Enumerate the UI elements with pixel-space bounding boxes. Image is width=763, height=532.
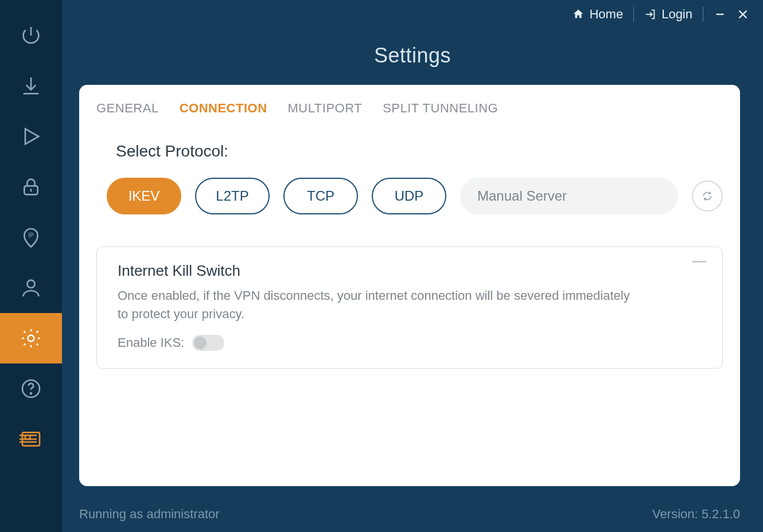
svg-point-5: [28, 335, 34, 342]
svg-marker-0: [25, 129, 38, 144]
news-icon: [20, 428, 42, 451]
tab-connection[interactable]: CONNECTION: [180, 101, 267, 116]
tab-split-tunneling[interactable]: SPLIT TUNNELING: [383, 101, 498, 116]
svg-point-4: [27, 280, 34, 288]
play-icon: [20, 125, 42, 148]
svg-point-7: [30, 393, 32, 394]
sidebar-item-download[interactable]: [0, 61, 62, 111]
sidebar: IP: [0, 0, 62, 532]
protocol-ikev[interactable]: IKEV: [107, 178, 181, 214]
protocol-l2tp[interactable]: L2TP: [195, 178, 270, 214]
manual-server-field[interactable]: Manual Server: [460, 178, 678, 214]
kill-switch-enable-row: Enable IKS:: [118, 335, 702, 351]
sidebar-item-settings[interactable]: [0, 313, 62, 363]
sidebar-item-news[interactable]: [0, 414, 62, 464]
select-protocol-label: Select Protocol:: [116, 142, 723, 161]
login-link[interactable]: Login: [644, 7, 692, 22]
refresh-icon: [702, 190, 713, 202]
enable-iks-label: Enable IKS:: [118, 335, 184, 350]
kill-switch-title: Internet Kill Switch: [118, 262, 702, 280]
settings-tabs: GENERAL CONNECTION MULTIPORT SPLIT TUNNE…: [96, 101, 723, 116]
collapse-button[interactable]: [692, 261, 706, 263]
help-icon: [20, 377, 42, 400]
login-label: Login: [661, 7, 692, 22]
sidebar-item-help[interactable]: [0, 363, 62, 414]
protocol-tcp[interactable]: TCP: [283, 178, 358, 214]
minimize-button[interactable]: [714, 8, 726, 21]
lock-icon: [20, 175, 42, 198]
protocol-row: IKEV L2TP TCP UDP Manual Server: [107, 178, 723, 214]
close-button[interactable]: [737, 8, 749, 21]
enable-iks-toggle[interactable]: [192, 335, 224, 351]
home-label: Home: [589, 7, 623, 22]
toggle-knob: [194, 337, 207, 349]
tab-general[interactable]: GENERAL: [96, 101, 159, 116]
tab-multiport[interactable]: MULTIPORT: [288, 101, 363, 116]
version-label: Version: 5.2.1.0: [652, 507, 740, 522]
topbar: Home Login: [62, 0, 763, 29]
main-area: Home Login Settings GENERAL CONNECTION M…: [62, 0, 763, 532]
admin-status: Running as administrator: [79, 507, 220, 522]
page-title: Settings: [62, 44, 763, 68]
refresh-button[interactable]: [692, 181, 723, 212]
login-icon: [644, 8, 657, 21]
sidebar-item-power[interactable]: [0, 10, 62, 61]
sidebar-item-play[interactable]: [0, 111, 62, 162]
manual-server-placeholder: Manual Server: [477, 188, 567, 204]
topbar-divider-2: [703, 7, 703, 22]
minimize-icon: [714, 8, 726, 21]
settings-card: GENERAL CONNECTION MULTIPORT SPLIT TUNNE…: [79, 85, 740, 486]
sidebar-item-ip[interactable]: IP: [0, 212, 62, 263]
ip-pin-icon: IP: [20, 226, 42, 249]
close-icon: [737, 8, 749, 21]
home-link[interactable]: Home: [572, 7, 623, 22]
home-icon: [572, 8, 585, 21]
power-icon: [20, 24, 42, 47]
kill-switch-description: Once enabled, if the VPN disconnects, yo…: [118, 287, 634, 323]
footer: Running as administrator Version: 5.2.1.…: [79, 507, 740, 522]
profile-icon: [20, 276, 42, 299]
gear-icon: [20, 327, 42, 350]
download-icon: [20, 75, 42, 97]
svg-text:IP: IP: [28, 232, 34, 238]
sidebar-item-profile[interactable]: [0, 263, 62, 313]
topbar-divider: [633, 7, 634, 22]
sidebar-item-lock[interactable]: [0, 162, 62, 212]
protocol-udp[interactable]: UDP: [372, 178, 446, 214]
kill-switch-card: Internet Kill Switch Once enabled, if th…: [96, 247, 723, 369]
